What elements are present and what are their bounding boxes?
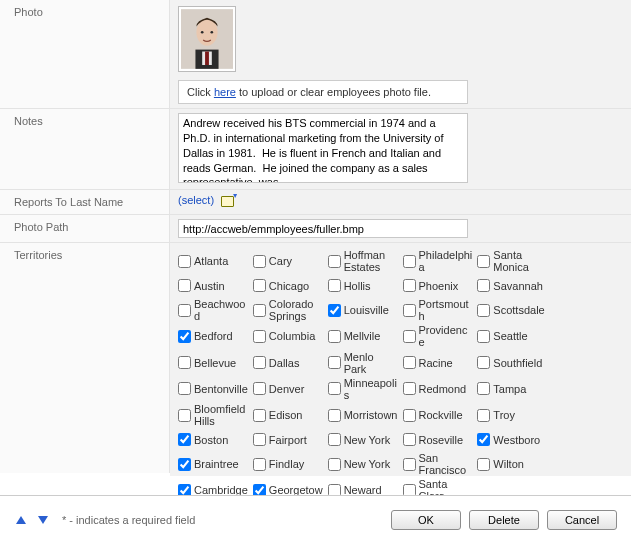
territory-item[interactable]: Denver	[253, 377, 324, 401]
lookup-icon[interactable]	[221, 194, 237, 208]
territory-checkbox[interactable]	[253, 279, 266, 292]
territory-checkbox[interactable]	[253, 356, 266, 369]
territory-checkbox[interactable]	[477, 356, 490, 369]
territory-checkbox[interactable]	[178, 255, 191, 268]
territory-checkbox[interactable]	[253, 433, 266, 446]
territory-checkbox[interactable]	[328, 409, 341, 422]
territory-item[interactable]: Providence	[403, 324, 474, 348]
territory-item[interactable]: Braintree	[178, 452, 249, 476]
territory-checkbox[interactable]	[477, 279, 490, 292]
territory-checkbox[interactable]	[253, 330, 266, 343]
territory-checkbox[interactable]	[328, 356, 341, 369]
territory-checkbox[interactable]	[328, 433, 341, 446]
territory-item[interactable]: Tampa	[477, 377, 548, 401]
territory-item[interactable]: New York	[328, 429, 399, 450]
territory-item[interactable]: Neward	[328, 478, 399, 495]
territory-checkbox[interactable]	[403, 255, 416, 268]
territory-checkbox[interactable]	[178, 409, 191, 422]
territory-item[interactable]: Philadelphia	[403, 249, 474, 273]
notes-textarea[interactable]	[178, 113, 468, 183]
territory-item[interactable]: Roseville	[403, 429, 474, 450]
territory-item[interactable]: Portsmouth	[403, 298, 474, 322]
territory-item[interactable]: Austin	[178, 275, 249, 296]
territory-item[interactable]: Louisville	[328, 298, 399, 322]
territory-checkbox[interactable]	[403, 330, 416, 343]
territory-checkbox[interactable]	[178, 279, 191, 292]
territory-checkbox[interactable]	[403, 484, 416, 495]
territory-item[interactable]: Redmond	[403, 377, 474, 401]
territory-item[interactable]: Chicago	[253, 275, 324, 296]
territory-item[interactable]: Troy	[477, 403, 548, 427]
territory-checkbox[interactable]	[178, 330, 191, 343]
territory-item[interactable]: Westboro	[477, 429, 548, 450]
territory-item[interactable]: Bedford	[178, 324, 249, 348]
territory-item[interactable]: Menlo Park	[328, 351, 399, 375]
territory-item[interactable]: Mellvile	[328, 324, 399, 348]
territory-checkbox[interactable]	[403, 356, 416, 369]
territory-checkbox[interactable]	[178, 382, 191, 395]
territory-item[interactable]: Georgetow	[253, 478, 324, 495]
territory-item[interactable]: Columbia	[253, 324, 324, 348]
territory-checkbox[interactable]	[328, 458, 341, 471]
territory-checkbox[interactable]	[253, 382, 266, 395]
delete-button[interactable]: Delete	[469, 510, 539, 530]
ok-button[interactable]: OK	[391, 510, 461, 530]
territory-item[interactable]: Edison	[253, 403, 324, 427]
territory-checkbox[interactable]	[253, 304, 266, 317]
territory-item[interactable]: Cambridge	[178, 478, 249, 495]
territory-item[interactable]: Dallas	[253, 351, 324, 375]
territory-checkbox[interactable]	[477, 255, 490, 268]
territory-item[interactable]: Phoenix	[403, 275, 474, 296]
territory-checkbox[interactable]	[477, 433, 490, 446]
territory-checkbox[interactable]	[328, 255, 341, 268]
territory-item[interactable]: Hoffman Estates	[328, 249, 399, 273]
territory-checkbox[interactable]	[328, 382, 341, 395]
territory-item[interactable]: Fairport	[253, 429, 324, 450]
territory-item[interactable]: Findlay	[253, 452, 324, 476]
territory-item[interactable]: Beachwood	[178, 298, 249, 322]
territory-checkbox[interactable]	[477, 458, 490, 471]
territory-checkbox[interactable]	[403, 304, 416, 317]
territory-checkbox[interactable]	[253, 458, 266, 471]
territory-item[interactable]: Cary	[253, 249, 324, 273]
territory-checkbox[interactable]	[403, 433, 416, 446]
territory-item[interactable]: Boston	[178, 429, 249, 450]
reports-to-select-link[interactable]: (select)	[178, 194, 214, 206]
territory-checkbox[interactable]	[403, 382, 416, 395]
territory-item[interactable]: Bentonville	[178, 377, 249, 401]
territory-checkbox[interactable]	[178, 484, 191, 495]
territory-item[interactable]: Scottsdale	[477, 298, 548, 322]
territory-checkbox[interactable]	[403, 458, 416, 471]
territory-item[interactable]: San Francisco	[403, 452, 474, 476]
territory-item[interactable]: Bellevue	[178, 351, 249, 375]
next-record-button[interactable]	[36, 513, 50, 527]
territory-checkbox[interactable]	[253, 409, 266, 422]
territory-checkbox[interactable]	[403, 279, 416, 292]
territory-checkbox[interactable]	[477, 330, 490, 343]
employee-photo[interactable]	[178, 6, 236, 72]
territory-item[interactable]: Seattle	[477, 324, 548, 348]
upload-link[interactable]: here	[214, 86, 236, 98]
territory-item[interactable]: Atlanta	[178, 249, 249, 273]
territory-checkbox[interactable]	[178, 433, 191, 446]
territory-checkbox[interactable]	[477, 409, 490, 422]
territory-checkbox[interactable]	[178, 304, 191, 317]
territory-item[interactable]: Southfield	[477, 351, 548, 375]
territory-item[interactable]: Rockville	[403, 403, 474, 427]
territory-checkbox[interactable]	[253, 255, 266, 268]
territory-checkbox[interactable]	[253, 484, 266, 495]
territory-item[interactable]: Minneapolis	[328, 377, 399, 401]
territory-checkbox[interactable]	[328, 304, 341, 317]
territory-item[interactable]: Santa Clara	[403, 478, 474, 495]
territory-item[interactable]: Colorado Springs	[253, 298, 324, 322]
territory-checkbox[interactable]	[178, 458, 191, 471]
territory-checkbox[interactable]	[403, 409, 416, 422]
territory-item[interactable]: Bloomfield Hills	[178, 403, 249, 427]
photo-path-input[interactable]	[178, 219, 468, 238]
territory-checkbox[interactable]	[328, 330, 341, 343]
territory-checkbox[interactable]	[328, 484, 341, 495]
territory-item[interactable]: Savannah	[477, 275, 548, 296]
prev-record-button[interactable]	[14, 513, 28, 527]
cancel-button[interactable]: Cancel	[547, 510, 617, 530]
territory-checkbox[interactable]	[328, 279, 341, 292]
